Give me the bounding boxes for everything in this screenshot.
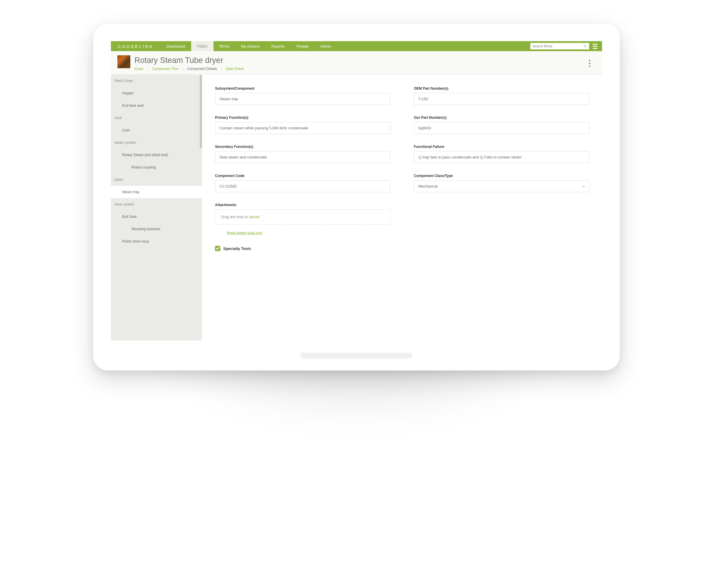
search-input[interactable]: [533, 44, 583, 48]
input-subsystem[interactable]: [215, 93, 390, 105]
tree-item-rotary-steam-joint[interactable]: Rotary Steam joint (feed end): [111, 149, 202, 161]
page-header: Rotary Steam Tube dryer Asset | Componen…: [111, 51, 602, 75]
tree-item-steam-trap[interactable]: Steam trap: [111, 186, 202, 198]
label-oem-part: OEM Part Number(s): [414, 86, 589, 90]
asset-thumbnail[interactable]: [117, 55, 130, 68]
label-primary-function: Primary Function(s): [215, 115, 390, 120]
nav-rcas[interactable]: RCAs: [213, 41, 235, 51]
label-secondary-function: Secondary Function(s): [215, 145, 390, 149]
tree-item-shell[interactable]: shell: [111, 112, 202, 124]
chevron-down-icon: [582, 186, 585, 187]
attachments-dropzone[interactable]: Drag and drop or upload: [215, 209, 390, 225]
tree-item-liner[interactable]: Liner: [111, 124, 202, 136]
component-tree-sidebar: Feed Chute Hopper End-face seal shell Li…: [111, 75, 202, 340]
breadcrumb-separator: |: [144, 67, 151, 71]
dropzone-text: Drag and drop or: [221, 215, 249, 219]
nav-admin[interactable]: Admin: [314, 41, 337, 51]
body-area: Feed Chute Hopper End-face seal shell Li…: [111, 75, 602, 340]
tree-item-mounting-brackets[interactable]: Mounting brackets: [111, 223, 202, 235]
tree-item-feed-chute[interactable]: Feed Chute: [111, 75, 202, 87]
page-title: Rotary Steam Tube dryer: [135, 56, 586, 65]
search-box[interactable]: [530, 43, 589, 49]
nav-people[interactable]: People: [291, 41, 314, 51]
laptop-notch: [301, 353, 412, 359]
sidebar-scrollbar[interactable]: [200, 75, 202, 148]
kebab-menu-icon[interactable]: [586, 57, 593, 70]
breadcrumb-component-details[interactable]: Component Details: [187, 67, 217, 71]
nav-my-actions[interactable]: My Actions: [235, 41, 266, 51]
hamburger-menu-icon[interactable]: [591, 44, 599, 49]
input-secondary-function[interactable]: [215, 151, 390, 163]
upload-link[interactable]: upload: [249, 215, 260, 219]
tree-item-hopper[interactable]: Hopper: [111, 87, 202, 99]
breadcrumb: Asset | Component Tree | Component Detai…: [135, 67, 586, 71]
tree-item-end-face-seal[interactable]: End-face seal: [111, 99, 202, 112]
nav-reports[interactable]: Reports: [266, 41, 291, 51]
attachment-file-link[interactable]: fmea-steam-trap.png: [227, 231, 262, 235]
breadcrumb-separator: |: [218, 67, 225, 71]
tree-item-drive-system[interactable]: drive system: [111, 198, 202, 210]
breadcrumb-separator: |: [179, 67, 186, 71]
input-functional-failure[interactable]: [414, 151, 589, 163]
search-icon: [583, 44, 587, 48]
nav-items: Dashboard FMEA RCAs My Actions Reports P…: [161, 41, 337, 51]
label-specialty-tools: Specialty Tools: [223, 246, 251, 251]
label-component-class: Component Class/Type: [414, 174, 589, 178]
tree-item-bull-gear[interactable]: Bull Gear: [111, 210, 202, 223]
tree-item-rotary-coupling[interactable]: Rotary coupling: [111, 161, 202, 173]
label-functional-failure: Functional Failure: [414, 145, 589, 149]
breadcrumb-component-tree[interactable]: Component Tree: [152, 67, 178, 71]
tree-item-steam-system[interactable]: steam system: [111, 136, 202, 149]
input-our-part[interactable]: [414, 122, 589, 134]
nav-right: [530, 41, 602, 51]
label-our-part: Our Part Number(s): [414, 115, 589, 120]
nav-dashboard[interactable]: Dashboard: [161, 41, 191, 51]
tree-item-pinion-drive[interactable]: Pinion drive Assy: [111, 235, 202, 248]
input-oem-part[interactable]: [414, 93, 589, 105]
select-component-class[interactable]: [414, 180, 589, 192]
breadcrumb-data-sheet[interactable]: Data Sheet: [226, 67, 244, 71]
tree-item-tubes[interactable]: tubes: [111, 173, 202, 186]
label-attachments: Attachments: [215, 203, 390, 207]
nav-fmea[interactable]: FMEA: [191, 41, 213, 51]
component-details-form: Subsystem/Component OEM Part Number(s) P…: [202, 75, 602, 340]
breadcrumb-asset[interactable]: Asset: [135, 67, 143, 71]
brand-logo[interactable]: CAUSELINK: [111, 41, 161, 51]
screen: CAUSELINK Dashboard FMEA RCAs My Actions…: [111, 41, 602, 341]
top-nav: CAUSELINK Dashboard FMEA RCAs My Actions…: [111, 41, 602, 51]
label-component-code: Component Code: [215, 174, 390, 178]
input-component-code[interactable]: [215, 180, 390, 192]
checkmark-icon: [216, 247, 220, 250]
checkbox-specialty-tools[interactable]: [215, 246, 220, 251]
label-subsystem: Subsystem/Component: [215, 86, 390, 90]
header-text: Rotary Steam Tube dryer Asset | Componen…: [135, 56, 586, 71]
laptop-frame: CAUSELINK Dashboard FMEA RCAs My Actions…: [93, 23, 620, 371]
input-primary-function[interactable]: [215, 122, 390, 134]
